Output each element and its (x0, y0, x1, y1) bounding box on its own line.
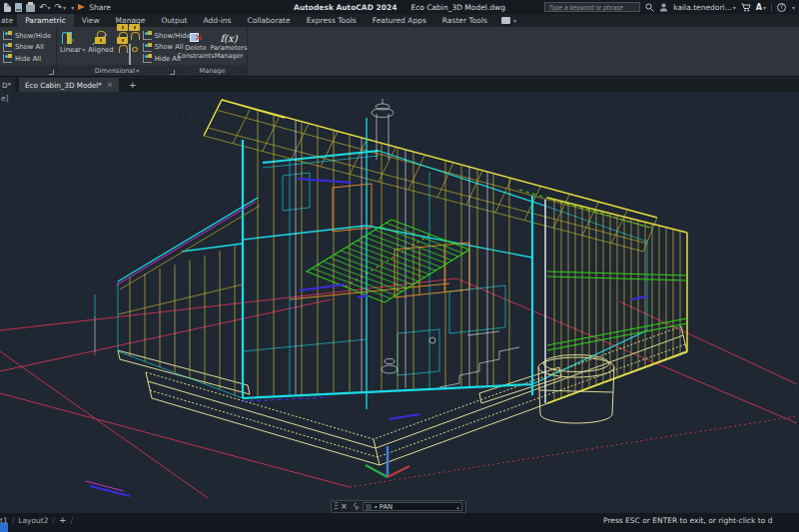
command-dropdown-icon[interactable] (374, 503, 378, 511)
panel-launcher-icon[interactable] (49, 70, 54, 75)
model-viewport[interactable]: e] (0, 92, 799, 513)
manage-panel-strip: Manage (178, 65, 247, 76)
panel-launcher-icon[interactable] (170, 70, 175, 75)
right-wall (545, 198, 687, 403)
cyan-frame (95, 118, 647, 409)
layout-tabs: t1 Layout2 + (0, 515, 73, 525)
app-store-cart-icon[interactable] (741, 3, 751, 12)
share-icon[interactable] (78, 4, 85, 10)
dyn-constraint-icon (143, 54, 152, 63)
redo-icon[interactable]: ↷ (55, 3, 67, 12)
user-name[interactable]: kaila.tenedori... (673, 3, 736, 12)
active-command: PAN (380, 503, 393, 511)
tab-view[interactable]: View (74, 14, 108, 27)
title-bar: ↶ ↷ Share Autodesk AutoCAD 2024Eco Cabin… (0, 0, 799, 14)
tab-annotate-partial[interactable]: ate (0, 14, 17, 27)
status-bar: t1 Layout2 + Press ESC or ENTER to exit,… (0, 513, 799, 532)
new-layout-button[interactable]: + (59, 515, 67, 525)
dyn-constraint-icon (143, 43, 152, 52)
tab-collaborate[interactable]: Collaborate (239, 14, 298, 27)
orange-frames (290, 184, 469, 299)
diameter-constraint-icon[interactable] (129, 32, 140, 44)
constraint-icon (3, 31, 12, 40)
doc-tab-partial[interactable]: D* (0, 78, 15, 92)
constraint-icon (3, 43, 12, 52)
search-input[interactable] (544, 2, 640, 12)
tab-express-tools[interactable]: Express Tools (299, 14, 365, 27)
dimensional-small-buttons (117, 29, 140, 65)
parameters-manager-button[interactable]: Parameters Manager (214, 29, 244, 65)
layout-separator (71, 516, 74, 525)
user-avatar-icon[interactable] (659, 3, 668, 12)
dimensional-panel: Linear Aligned Show/Hide Show All Hide A… (57, 27, 178, 76)
close-tab-icon[interactable]: × (107, 81, 113, 89)
tab-add-ins[interactable]: Add-ins (195, 14, 239, 27)
recent-commands-icon[interactable] (456, 504, 459, 510)
doc-tab-eco-cabin[interactable]: Eco Cabin_3D Model* × (19, 78, 119, 92)
document-tab-bar: D* Eco Cabin_3D Model* × + (0, 78, 799, 92)
delete-constraints-icon (190, 32, 203, 44)
search-icon[interactable] (645, 3, 654, 12)
geometric-panel-strip (0, 65, 56, 76)
dyn-constraint-icon (143, 31, 152, 40)
command-input[interactable]: PAN (363, 502, 462, 511)
deck-steps (118, 326, 687, 465)
tab-output[interactable]: Output (153, 14, 195, 27)
app-title: Autodesk AutoCAD 2024 (294, 3, 397, 12)
linear-lock-icon (67, 31, 79, 45)
pan-hand-cursor (179, 111, 187, 124)
ground-lines (0, 278, 797, 498)
undo-icon[interactable]: ↶ (39, 3, 51, 12)
autodesk-a-icon[interactable] (756, 3, 766, 12)
customize-toolbar-dropdown-icon[interactable] (70, 3, 74, 12)
cabin-wireframe-canvas[interactable] (0, 92, 799, 513)
geometric-show-hide-button[interactable]: Show/Hide (3, 30, 51, 41)
aligned-lock-icon (95, 31, 107, 45)
manage-panel: Delete Constraints Parameters Manager Ma… (178, 27, 248, 76)
delete-constraints-button[interactable]: Delete Constraints (181, 29, 211, 65)
command-bar-close-icon[interactable]: × (341, 502, 348, 511)
plot-icon[interactable] (26, 4, 35, 12)
geometric-show-all-button[interactable]: Show All (3, 42, 51, 53)
command-line-bar[interactable]: × PAN (331, 500, 466, 513)
layout-separator (12, 516, 15, 525)
share-button[interactable]: Share (89, 3, 111, 12)
convert-constraint-icon[interactable] (129, 45, 140, 57)
save-icon[interactable] (15, 3, 22, 12)
document-title: Eco Cabin_3D Model.dwg (410, 3, 505, 12)
ribbon-display-toggle-icon[interactable] (501, 14, 516, 27)
help-icon[interactable] (777, 3, 786, 12)
interior-fixtures (382, 331, 519, 387)
command-bar-grip-icon[interactable] (335, 502, 338, 511)
quick-access-toolbar: ↶ ↷ Share (0, 3, 111, 12)
ribbon: Show/Hide Show All Hide All Linear Align… (0, 27, 799, 77)
status-accent-square (0, 523, 8, 532)
aligned-constraint-button[interactable]: Aligned (88, 29, 114, 65)
geometric-panel: Show/Hide Show All Hide All (0, 27, 57, 76)
new-file-icon[interactable] (4, 3, 11, 12)
titlebar-right-cluster: kaila.tenedori... (544, 1, 795, 13)
ribbon-empty-area (248, 27, 799, 76)
layout-tab-layout2[interactable]: Layout2 (18, 516, 48, 525)
autocad-window: ↶ ↷ Share Autodesk AutoCAD 2024Eco Cabin… (0, 0, 799, 532)
command-hint-text: Press ESC or ENTER to exit, or right-cli… (603, 516, 799, 525)
geometric-hide-all-button[interactable]: Hide All (3, 53, 51, 64)
dimensional-panel-strip[interactable]: Dimensional (57, 65, 177, 76)
porch-wing (116, 202, 260, 395)
ucs-icon (366, 446, 409, 477)
tab-raster-tools[interactable]: Raster Tools (434, 14, 495, 27)
titlebar-divider (771, 3, 772, 12)
tab-featured-apps[interactable]: Featured Apps (365, 14, 434, 27)
constraint-icon (3, 54, 12, 63)
tab-parametric[interactable]: Parametric (17, 14, 74, 27)
angular-constraint-icon[interactable] (117, 45, 128, 57)
layout-separator (53, 516, 56, 525)
new-drawing-button[interactable]: + (125, 78, 141, 92)
customize-wrench-icon[interactable] (351, 502, 360, 511)
command-icon (366, 504, 372, 510)
linear-constraint-button[interactable]: Linear (60, 29, 85, 65)
help-dropdown-icon[interactable] (791, 3, 795, 12)
